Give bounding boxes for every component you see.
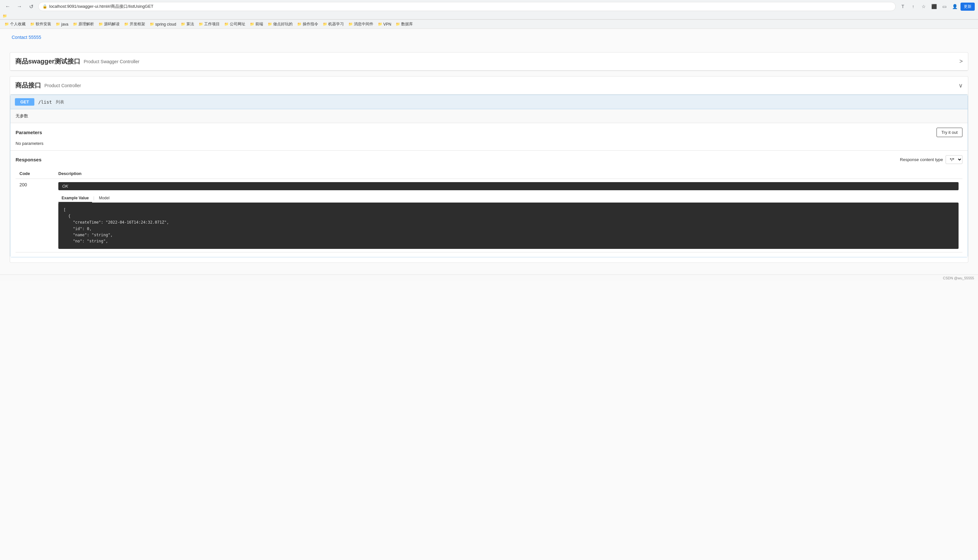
- reload-button[interactable]: ↺: [27, 2, 36, 11]
- example-tabs: Example Value | Model: [58, 194, 958, 203]
- bookmark-label: 个人收藏: [10, 22, 26, 27]
- bookmark-item[interactable]: 📁java: [54, 22, 70, 27]
- bookmark-button[interactable]: ☆: [919, 2, 928, 11]
- bookmarks-bar-full: 📁个人收藏📁软件安装📁java📁原理解析📁源码解读📁开发框架📁spring cl…: [0, 20, 978, 29]
- section-2-chevron: ∨: [958, 82, 963, 89]
- browser-toolbar: ← → ↺ 🔒 localhost:9091/swagger-ui.html#/…: [0, 0, 978, 13]
- table-row: 200 OK Example Value | Model [: [15, 179, 963, 252]
- no-params-text: 无参数: [15, 113, 28, 118]
- bookmark-item[interactable]: 📁机器学习: [321, 21, 346, 28]
- contact-link[interactable]: Contact 55555: [5, 32, 48, 43]
- swagger-section-2-header[interactable]: 商品接口 Product Controller ∨: [10, 77, 968, 95]
- bookmark-folder-icon: 📁: [199, 22, 203, 26]
- bookmark-folder-icon: 📁: [124, 22, 129, 26]
- lock-icon: 🔒: [42, 4, 47, 9]
- section-2-sub-title: Product Controller: [44, 83, 81, 88]
- bookmark-item[interactable]: 📁消息中间件: [347, 21, 375, 28]
- description-column-header: Description: [55, 168, 963, 179]
- footer-text: CSDN @wu_55555: [943, 276, 974, 280]
- browser-chrome: ← → ↺ 🔒 localhost:9091/swagger-ui.html#/…: [0, 0, 978, 20]
- bookmark-item[interactable]: 📁软件安装: [28, 21, 53, 28]
- page-content: Contact 55555 商品swagger测试接口 Product Swag…: [0, 29, 978, 560]
- bookmark-folder-icon: 📁: [56, 22, 60, 26]
- response-code-cell: 200: [15, 179, 55, 252]
- section-1-title: 商品swagger测试接口 Product Swagger Controller: [15, 57, 139, 66]
- update-button[interactable]: 更新: [960, 3, 975, 11]
- bookmark-label: spring cloud: [155, 22, 176, 27]
- api-body: 无参数 Parameters Try it out No parameters: [10, 109, 968, 257]
- sidebar-button[interactable]: ▭: [940, 2, 949, 11]
- section-1-chevron: >: [959, 58, 963, 65]
- bookmark-folder-icon: 📁: [30, 22, 35, 26]
- bookmark-item[interactable]: 📁前端: [248, 21, 265, 28]
- bookmark-folder-icon: 📁: [348, 22, 353, 26]
- forward-button[interactable]: →: [15, 2, 24, 11]
- bookmark-label: java: [61, 22, 68, 27]
- bookmark-label: VPN: [383, 22, 392, 27]
- bookmark-label: 公司网址: [230, 22, 245, 27]
- bookmark-label: 做点好玩的: [273, 22, 293, 27]
- bookmark-item[interactable]: 📁公司网址: [222, 21, 247, 28]
- bookmark-folder-icon: 📁: [378, 22, 382, 26]
- model-tab[interactable]: Model: [96, 194, 113, 203]
- bookmark-label: 源码解读: [104, 22, 120, 27]
- swagger-container: 商品swagger测试接口 Product Swagger Controller…: [0, 46, 978, 275]
- address-bar[interactable]: 🔒 localhost:9091/swagger-ui.html#/商品接口/l…: [38, 2, 896, 11]
- tab-separator: |: [92, 194, 96, 203]
- bookmark-item[interactable]: 📁操作指令: [295, 21, 320, 28]
- api-endpoint-container: GET /list 列表 无参数 Parameters Try it out: [10, 95, 968, 257]
- bookmark-folder-icon: 📁: [98, 22, 103, 26]
- bookmark-item[interactable]: 📁工作项目: [197, 21, 222, 28]
- bookmark-item[interactable]: 📁算法: [179, 21, 196, 28]
- section-1-main-title: 商品swagger测试接口: [15, 57, 80, 66]
- bookmark-item[interactable]: 📁开发框架: [122, 21, 147, 28]
- bookmark-folder-icon: 📁: [181, 22, 185, 26]
- bookmark-item[interactable]: 📁数据库: [394, 21, 415, 28]
- code-column-header: Code: [15, 168, 55, 179]
- bookmark-item[interactable]: 📁原理解析: [71, 21, 96, 28]
- share-button[interactable]: ↑: [909, 2, 918, 11]
- translate-button[interactable]: T: [898, 2, 907, 11]
- content-type-select[interactable]: */*: [946, 155, 963, 164]
- bookmark-label: 原理解析: [78, 22, 94, 27]
- responses-title: Responses: [15, 157, 42, 162]
- bookmark-item[interactable]: 📁spring cloud: [148, 22, 178, 27]
- bookmarks-folder-icon: 📁: [3, 14, 7, 18]
- back-button[interactable]: ←: [3, 2, 12, 11]
- no-params-row: 无参数: [10, 109, 968, 123]
- bookmark-label: 开发框架: [130, 22, 145, 27]
- bookmark-item[interactable]: 📁VPN: [376, 22, 393, 27]
- response-desc-cell: OK Example Value | Model [ { "createTime…: [55, 179, 963, 252]
- section-2-title: 商品接口 Product Controller: [15, 81, 81, 90]
- method-badge: GET: [15, 98, 34, 106]
- section-1-sub-title: Product Swagger Controller: [83, 59, 139, 64]
- parameters-section: Parameters Try it out No parameters: [10, 123, 968, 151]
- bookmark-folder-icon: 📁: [297, 22, 302, 26]
- bookmark-folder-icon: 📁: [73, 22, 77, 26]
- bookmark-item[interactable]: 📁个人收藏: [3, 21, 28, 28]
- no-parameters-text: No parameters: [15, 141, 963, 146]
- api-endpoint-header[interactable]: GET /list 列表: [10, 95, 968, 109]
- bookmark-folder-icon: 📁: [224, 22, 229, 26]
- endpoint-desc: 列表: [56, 99, 64, 105]
- bookmark-item[interactable]: 📁做点好玩的: [266, 21, 295, 28]
- bookmark-folder-icon: 📁: [5, 22, 9, 26]
- responses-section: Responses Response content type */* Code…: [10, 151, 968, 257]
- bookmark-label: 消息中间件: [354, 22, 373, 27]
- code-block: [ { "createTime": "2022-04-16T14:24:32.0…: [58, 203, 958, 249]
- profile-button[interactable]: 👤: [950, 2, 959, 11]
- parameters-header: Parameters Try it out: [15, 128, 963, 137]
- bookmark-label: 机器学习: [328, 22, 344, 27]
- bookmark-label: 操作指令: [303, 22, 318, 27]
- bookmark-folder-icon: 📁: [150, 22, 154, 26]
- extensions-button[interactable]: ⬛: [930, 2, 938, 11]
- swagger-section-1-header[interactable]: 商品swagger测试接口 Product Swagger Controller…: [10, 52, 968, 71]
- try-it-out-button[interactable]: Try it out: [936, 128, 963, 137]
- content-type-label: Response content type: [900, 157, 943, 162]
- url-text: localhost:9091/swagger-ui.html#/商品接口/lis…: [49, 3, 153, 9]
- bookmark-label: 工作项目: [204, 22, 220, 27]
- bookmark-item[interactable]: 📁源码解读: [97, 21, 122, 28]
- toolbar-actions: T ↑ ☆ ⬛ ▭ 👤 更新: [898, 2, 975, 11]
- bookmarks-bar: 📁: [0, 13, 978, 20]
- example-value-tab[interactable]: Example Value: [58, 194, 92, 203]
